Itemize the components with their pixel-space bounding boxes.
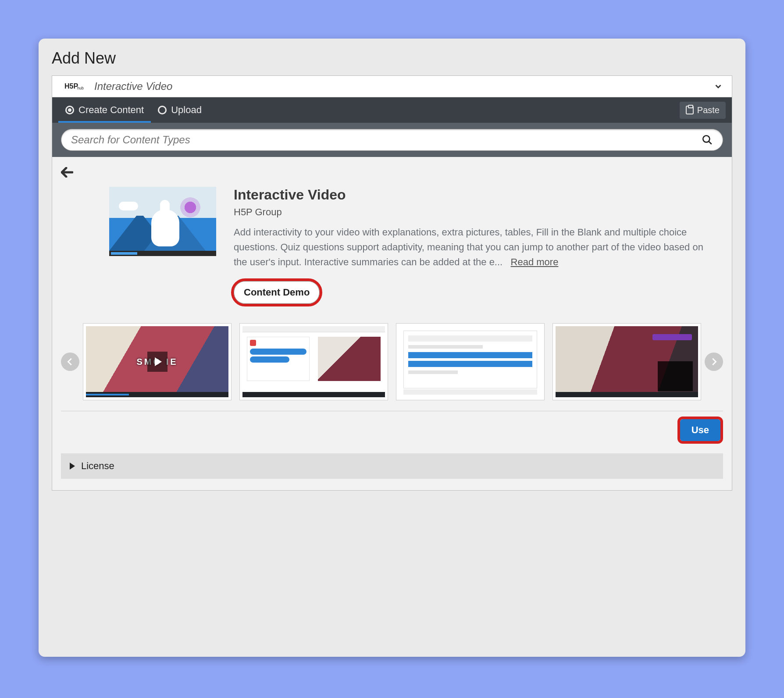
radio-selected-icon	[65, 106, 74, 114]
chevron-left-icon	[65, 357, 75, 367]
paste-label: Paste	[697, 105, 720, 115]
h5p-hub-logo: H5Phub	[61, 81, 88, 92]
dialog-window: Add New H5Phub Interactive Video Create …	[39, 39, 745, 657]
carousel-slides: SMO IE	[83, 323, 701, 400]
search-bar-container	[52, 123, 732, 157]
content-type-thumbnail	[109, 187, 216, 256]
screenshot-thumbnail[interactable]: SMO IE	[83, 323, 232, 400]
description-text: Add interactivity to your video with exp…	[234, 227, 703, 267]
play-icon	[147, 352, 167, 372]
paste-button[interactable]: Paste	[680, 102, 726, 119]
search-bar[interactable]	[61, 129, 723, 151]
carousel-prev-button[interactable]	[61, 353, 79, 371]
caret-right-icon	[70, 463, 75, 470]
clipboard-icon	[686, 106, 694, 114]
screenshot-thumbnail[interactable]	[396, 323, 545, 400]
tab-bar: Create Content Upload Paste	[52, 97, 732, 123]
progress-bar-icon	[86, 392, 228, 397]
screenshot-thumbnail[interactable]	[239, 323, 388, 400]
use-button-row: Use	[61, 419, 723, 441]
license-accordion[interactable]: License	[61, 453, 723, 479]
content-type-title: Interactive Video	[234, 187, 714, 203]
content-type-description: Add interactivity to your video with exp…	[234, 225, 714, 270]
thumb-progress-bar-icon	[109, 251, 216, 256]
chevron-right-icon	[709, 357, 719, 367]
chevron-down-icon[interactable]	[713, 82, 723, 91]
content-body: Interactive Video H5P Group Add interact…	[52, 157, 732, 490]
back-button[interactable]	[61, 166, 73, 181]
content-type-author: H5P Group	[234, 207, 714, 218]
read-more-link[interactable]: Read more	[511, 256, 559, 267]
selected-content-type: Interactive Video	[94, 80, 172, 93]
thumb-graphic-icon	[151, 210, 179, 246]
thumb-graphic-icon	[119, 202, 138, 210]
detail-text: Interactive Video H5P Group Add interact…	[234, 187, 723, 304]
progress-bar-icon	[556, 392, 698, 397]
tab-upload[interactable]: Upload	[151, 97, 209, 123]
logo-sub: hub	[77, 86, 84, 90]
carousel-next-button[interactable]	[705, 353, 723, 371]
tab-upload-label: Upload	[171, 104, 202, 116]
arrow-left-icon	[61, 167, 73, 178]
hub-header[interactable]: H5Phub Interactive Video	[52, 76, 732, 97]
search-input[interactable]	[71, 134, 702, 146]
tab-create-label: Create Content	[78, 104, 144, 116]
content-demo-button[interactable]: Content Demo	[234, 281, 320, 304]
svg-line-1	[709, 141, 712, 144]
page-title: Add New	[52, 49, 732, 68]
divider	[61, 411, 723, 411]
hub-panel: H5Phub Interactive Video Create Content …	[52, 75, 732, 491]
content-type-detail: Interactive Video H5P Group Add interact…	[61, 184, 723, 308]
radio-unselected-icon	[158, 106, 167, 114]
svg-point-0	[703, 135, 709, 142]
use-button[interactable]: Use	[680, 419, 720, 441]
logo-main: H5P	[64, 82, 78, 90]
screenshot-carousel: SMO IE	[61, 323, 723, 400]
license-label: License	[81, 460, 114, 472]
tab-create-content[interactable]: Create Content	[58, 97, 151, 123]
thumb-graphic-icon	[180, 197, 200, 217]
progress-bar-icon	[242, 392, 385, 397]
search-icon[interactable]	[702, 134, 713, 146]
screenshot-thumbnail[interactable]	[552, 323, 701, 400]
